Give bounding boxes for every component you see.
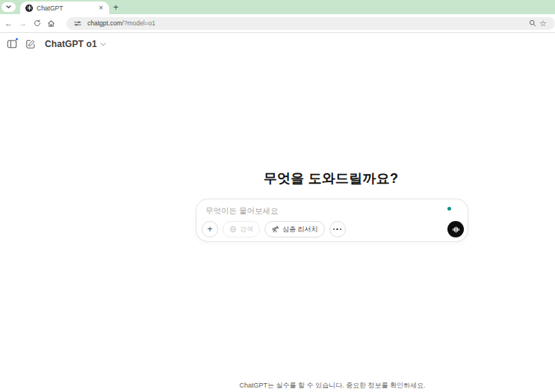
url-path: /?model=o1 — [122, 19, 155, 27]
status-dot — [447, 207, 451, 211]
home-button[interactable] — [44, 16, 58, 31]
reload-icon — [34, 19, 41, 27]
back-button[interactable]: ← — [1, 16, 16, 31]
globe-icon — [229, 225, 237, 233]
chevron-down-icon — [6, 5, 11, 9]
browser-window: ChatGPT × + ← → chatgpt.com/?model=o1 ☆ — [0, 0, 555, 392]
compose-icon — [25, 39, 36, 49]
prompt-input[interactable] — [205, 205, 437, 217]
composer-toolbar: + 검색 심층 리서치 — [202, 221, 346, 237]
url-domain: chatgpt.com — [87, 19, 122, 27]
browser-toolbar: ← → chatgpt.com/?model=o1 ☆ — [0, 14, 555, 32]
chatgpt-favicon-icon — [25, 4, 33, 12]
url-text: chatgpt.com/?model=o1 — [87, 19, 155, 27]
telescope-icon — [271, 225, 279, 233]
model-switcher[interactable]: ChatGPT o1 — [45, 39, 106, 49]
tab-strip: ChatGPT × + — [0, 0, 555, 14]
more-options-button[interactable] — [329, 221, 346, 237]
notification-dot — [15, 37, 19, 41]
search-label: 검색 — [240, 225, 253, 234]
bookmark-star-button[interactable]: ☆ — [538, 18, 548, 28]
greeting-heading: 무엇을 도와드릴까요? — [108, 169, 554, 187]
deep-research-button[interactable]: 심층 리서치 — [264, 221, 325, 237]
magnifier-icon — [529, 19, 536, 27]
page-header: ChatGPT o1 — [4, 37, 106, 52]
star-icon: ☆ — [539, 19, 547, 28]
site-info-button[interactable] — [72, 18, 83, 28]
chatgpt-page: ChatGPT o1 무엇을 도와드릴까요? + 검색 심층 리서치 — [0, 33, 555, 392]
browser-tab-chatgpt[interactable]: ChatGPT × — [20, 1, 109, 14]
tab-search-button[interactable] — [1, 2, 16, 12]
disclaimer-text: ChatGPT는 실수를 할 수 있습니다. 중요한 정보를 확인하세요. — [110, 381, 555, 391]
new-tab-button[interactable]: + — [110, 1, 122, 13]
voice-mode-button[interactable] — [447, 221, 464, 237]
reload-button[interactable] — [30, 16, 44, 31]
attach-button[interactable]: + — [202, 221, 218, 237]
deep-research-label: 심층 리서치 — [282, 225, 318, 234]
forward-button[interactable]: → — [16, 16, 30, 31]
waveform-icon — [452, 225, 460, 234]
chevron-down-icon — [100, 43, 106, 46]
search-button[interactable]: 검색 — [223, 221, 260, 237]
site-settings-icon — [74, 20, 81, 27]
new-chat-button[interactable] — [23, 37, 38, 52]
zoom-button[interactable] — [527, 18, 538, 28]
address-bar[interactable]: chatgpt.com/?model=o1 ☆ — [66, 17, 555, 30]
composer: + 검색 심층 리서치 — [196, 199, 468, 242]
home-icon — [47, 19, 55, 28]
model-switcher-label: ChatGPT o1 — [45, 39, 97, 49]
ellipsis-icon — [333, 228, 342, 231]
tab-title: ChatGPT — [37, 4, 97, 12]
tab-close-icon[interactable]: × — [97, 4, 105, 13]
sidebar-toggle-button[interactable] — [4, 37, 19, 52]
